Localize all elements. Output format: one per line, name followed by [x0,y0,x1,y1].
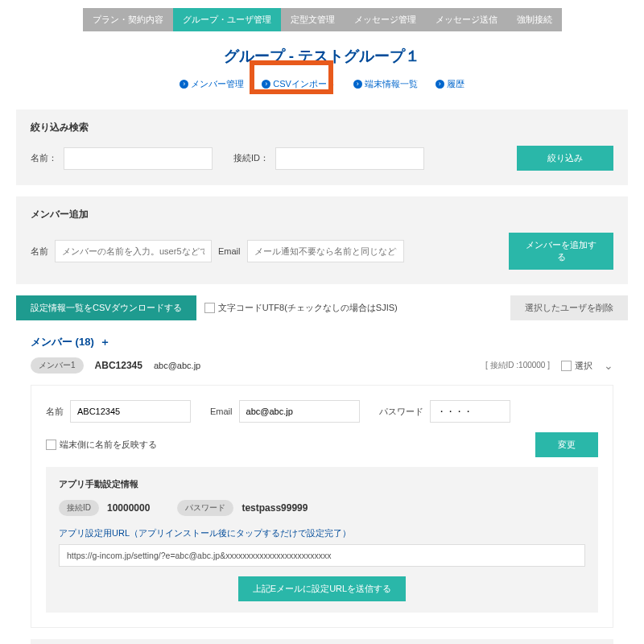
reflect-name-label: 端末側に名前を反映する [60,439,157,451]
send-url-email-button[interactable]: 上記Eメールに設定URLを送信する [238,576,406,601]
detail-pw-label: パスワード [379,406,423,418]
app-url-label: アプリ設定用URL（アプリインストール後にタップするだけで設定完了） [59,527,585,539]
add-email-input[interactable] [247,240,404,262]
subnav: メンバー管理 CSVインポート 端末情報一覧 履歴 [16,78,628,90]
checkbox-icon [46,440,56,450]
filter-heading: 絞り込み検索 [31,121,613,134]
detail-email-label: Email [210,407,233,416]
add-member-panel: メンバー追加 名前 Email メンバーを追加する [16,196,628,284]
member-index-badge: メンバー1 [31,357,84,374]
csv-download-button[interactable]: 設定情報一覧をCSVダウンロードする [16,295,196,320]
member-row[interactable]: メンバー1 ABC12345 abc@abc.jp [ 接続ID :100000… [31,357,613,374]
app-info-title: アプリ手動設定情報 [59,478,585,490]
subnav-device-list[interactable]: 端末情報一覧 [353,78,418,90]
subnav-csv-import[interactable]: CSVインポート [262,78,336,90]
member-detail: 名前 Email パスワード 端末側に名前を反映する 変更 アプリ手動設定情報 … [31,385,613,628]
chevron-down-icon[interactable]: ⌄ [604,359,613,372]
tab-plan[interactable]: プラン・契約内容 [83,8,173,31]
reflect-name-checkbox[interactable]: 端末側に名前を反映する [46,439,157,451]
detail-pw-input[interactable] [430,400,510,423]
app-manual-settings: アプリ手動設定情報 接続ID 10000000 パスワード testpass99… [46,467,598,613]
tab-force[interactable]: 強制接続 [507,8,562,31]
members-header: メンバー (18) ＋ [16,335,628,357]
member-select-checkbox[interactable]: 選択 [561,360,592,372]
connid-value: 10000000 [107,502,150,514]
app-pw-value: testpass99999 [242,502,308,514]
add-name-input[interactable] [55,240,212,262]
tab-group[interactable]: グループ・ユーザ管理 [173,8,281,31]
member-name: ABC12345 [95,360,142,371]
members-count: メンバー (18) [31,336,94,348]
detail-name-input[interactable] [70,400,191,423]
checkbox-icon [204,303,215,313]
add-name-label: 名前 [31,246,48,258]
utf8-label: 文字コードUTF8(チェックなしの場合はSJIS) [218,302,398,314]
subnav-history[interactable]: 履歴 [436,78,464,90]
utf8-checkbox[interactable]: 文字コードUTF8(チェックなしの場合はSJIS) [204,302,398,314]
subnav-member-mgmt[interactable]: メンバー管理 [180,78,244,90]
tab-msgsend[interactable]: メッセージ送信 [426,8,507,31]
app-url-box[interactable]: https://g-incom.jp/setting/?e=abc@abc.jp… [59,544,585,567]
checkbox-icon [561,361,572,371]
tab-msgmgmt[interactable]: メッセージ管理 [345,8,426,31]
member-email: abc@abc.jp [154,361,474,370]
dual-group-audio-row: 2グループ同時音声受信 OFF 2グループ同時受信する [31,639,613,644]
filter-name-label: 名前： [31,152,57,164]
filter-name-input[interactable] [64,147,213,170]
delete-selected-button[interactable]: 選択したユーザを削除 [510,295,628,320]
tab-template[interactable]: 定型文管理 [281,8,345,31]
connid-label-badge: 接続ID [59,500,99,516]
page-title: グループ - テストグループ１ [16,46,628,67]
filter-connid-label: 接続ID： [233,152,269,164]
filter-panel: 絞り込み検索 名前： 接続ID： 絞り込み [16,109,628,185]
change-button[interactable]: 変更 [535,432,598,457]
filter-submit-button[interactable]: 絞り込み [517,146,613,171]
filter-connid-input[interactable] [275,147,424,170]
csv-bar: 設定情報一覧をCSVダウンロードする 文字コードUTF8(チェックなしの場合はS… [16,295,628,320]
member-select-label: 選択 [575,360,592,372]
add-member-button[interactable]: メンバーを追加する [509,233,613,270]
top-tabs: プラン・契約内容 グループ・ユーザ管理 定型文管理 メッセージ管理 メッセージ送… [16,8,628,31]
add-member-icon[interactable]: ＋ [100,336,110,348]
member-connid: [ 接続ID :100000 ] [485,360,550,371]
detail-email-input[interactable] [239,400,360,423]
app-pw-label-badge: パスワード [177,500,233,516]
detail-name-label: 名前 [46,406,64,418]
add-member-heading: メンバー追加 [31,208,613,221]
add-email-label: Email [218,246,241,256]
